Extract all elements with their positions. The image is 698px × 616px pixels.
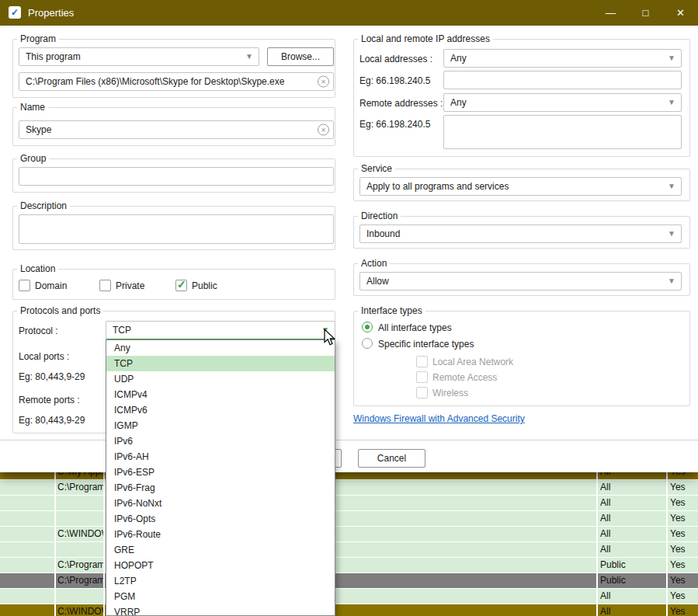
program-path-input[interactable]: C:\Program Files (x86)\Microsoft\Skype f…: [19, 72, 334, 91]
dropdown-option-selected[interactable]: TCP: [106, 356, 335, 371]
properties-dialog: ✓ Properties — □ ✕ Program This program …: [0, 0, 698, 472]
dropdown-option[interactable]: IPv6-AH: [106, 449, 335, 465]
protocol-dropdown-list: Any TCP UDP ICMPv4 ICMPv6 IGMP IPv6 IPv6…: [106, 339, 335, 616]
local-addresses-label: Local addresses :: [359, 54, 432, 64]
public-checkbox-label: Public: [192, 280, 217, 291]
rule-profile-cell: All: [600, 511, 662, 526]
local-addresses-value: Any: [450, 53, 467, 64]
wireless-checkbox-label: Wireless: [432, 388, 468, 398]
domain-checkbox[interactable]: [19, 280, 30, 291]
rule-path-cell: C:\WINDOW: [57, 527, 104, 541]
private-checkbox[interactable]: [99, 280, 111, 291]
dropdown-option[interactable]: IPv6-ESP: [106, 465, 335, 480]
direction-combo[interactable]: Inbound ▼: [359, 224, 682, 243]
minimize-button[interactable]: —: [593, 0, 628, 26]
local-ports-label: Local ports :: [19, 351, 69, 362]
dropdown-option[interactable]: VRRP: [106, 604, 335, 616]
rule-path-cell: [57, 589, 104, 604]
dropdown-option[interactable]: IPv6-Frag: [106, 480, 335, 496]
dropdown-option[interactable]: Any: [106, 340, 335, 356]
wireless-checkbox: [416, 387, 428, 398]
action-value: Allow: [366, 276, 389, 287]
local-addresses-hint: Eg: 66.198.240.5: [359, 75, 430, 86]
chevron-down-icon: ▼: [668, 225, 675, 242]
interface-types-group-label: Interface types: [358, 305, 425, 316]
dropdown-option[interactable]: IPv6: [106, 433, 335, 449]
dropdown-option[interactable]: IPv6-Route: [106, 527, 335, 542]
dropdown-option[interactable]: IGMP: [106, 418, 335, 433]
window-title: Properties: [28, 0, 74, 26]
rule-profile-cell: All: [600, 589, 662, 604]
rule-enabled-cell: Yes: [670, 511, 696, 526]
addresses-group-label: Local and remote IP addresses: [358, 33, 493, 44]
local-ports-hint: Eg: 80,443,9-29: [19, 371, 85, 382]
service-combo[interactable]: Apply to all programs and services ▼: [359, 177, 682, 196]
remote-addresses-input[interactable]: [443, 115, 682, 149]
rule-path-cell: C:\Program: [57, 558, 104, 572]
program-type-value: This program: [26, 51, 81, 62]
name-group-label: Name: [17, 102, 48, 113]
action-combo[interactable]: Allow ▼: [359, 272, 682, 291]
local-addresses-input[interactable]: [443, 71, 682, 89]
dropdown-option[interactable]: ICMPv4: [106, 387, 335, 402]
dropdown-option[interactable]: HOPOPT: [106, 558, 335, 573]
rule-enabled-cell: Yes: [670, 480, 696, 495]
rule-profile-cell: All: [600, 496, 662, 510]
rule-path-cell: [57, 511, 104, 526]
rule-enabled-cell: Yes: [670, 589, 696, 604]
rule-enabled-cell: Yes: [670, 496, 696, 510]
rule-enabled-cell: Yes: [670, 573, 696, 588]
direction-group-label: Direction: [358, 211, 401, 221]
action-group-label: Action: [358, 258, 390, 269]
remote-addresses-combo[interactable]: Any ▼: [443, 93, 682, 112]
clear-icon[interactable]: ✕: [318, 124, 329, 136]
service-group-label: Service: [358, 163, 395, 174]
dropdown-option[interactable]: IPv6-Opts: [106, 511, 335, 527]
group-input[interactable]: [19, 167, 334, 186]
rule-profile-cell: Public: [600, 573, 662, 588]
dropdown-option[interactable]: GRE: [106, 542, 335, 558]
remote-addresses-value: Any: [450, 97, 467, 108]
chevron-down-icon: ▼: [245, 48, 253, 65]
program-path-value: C:\Program Files (x86)\Microsoft\Skype f…: [26, 76, 284, 87]
browse-button[interactable]: Browse...: [267, 47, 334, 66]
all-interface-types-radio[interactable]: [362, 322, 373, 332]
description-input[interactable]: [19, 214, 334, 244]
advanced-security-link[interactable]: Windows Firewall with Advanced Security: [353, 413, 525, 424]
rule-path-cell: [57, 496, 104, 510]
rule-path-cell: C:\Program: [57, 480, 104, 495]
app-icon: ✓: [9, 6, 21, 19]
mouse-cursor-icon: [323, 329, 337, 347]
rule-path-cell: C:\Program: [57, 573, 104, 588]
all-interface-types-label: All interface types: [378, 322, 452, 333]
specific-interface-types-radio[interactable]: [362, 338, 373, 349]
direction-value: Inbound: [366, 228, 400, 239]
rule-profile-cell: All: [600, 542, 662, 557]
program-group-label: Program: [17, 33, 59, 44]
public-checkbox[interactable]: [175, 280, 187, 291]
description-group-label: Description: [17, 200, 70, 211]
rule-path-cell: [57, 542, 104, 557]
remote-addresses-label: Remote addresses :: [359, 98, 443, 109]
remote-addresses-hint: Eg: 66.198.240.5: [359, 119, 430, 130]
rule-profile-cell: All: [600, 527, 662, 541]
remote-ports-label: Remote ports :: [19, 395, 80, 405]
close-button[interactable]: ✕: [663, 0, 698, 26]
dropdown-option[interactable]: L2TP: [106, 573, 335, 589]
lan-checkbox: [416, 356, 428, 367]
program-type-combo[interactable]: This program ▼: [19, 47, 259, 66]
protocol-combo[interactable]: TCP ▼: [106, 321, 335, 340]
dropdown-option[interactable]: ICMPv6: [106, 402, 335, 418]
dropdown-option[interactable]: IPv6-NoNxt: [106, 496, 335, 511]
clear-icon[interactable]: ✕: [318, 76, 329, 88]
name-input[interactable]: Skype ✕: [19, 120, 334, 139]
cancel-button[interactable]: Cancel: [358, 449, 425, 468]
dropdown-option[interactable]: UDP: [106, 371, 335, 387]
local-addresses-combo[interactable]: Any ▼: [443, 49, 682, 68]
chevron-down-icon: ▼: [668, 178, 675, 195]
service-value: Apply to all programs and services: [366, 181, 509, 192]
maximize-button[interactable]: □: [628, 0, 663, 26]
domain-checkbox-label: Domain: [35, 280, 67, 291]
dropdown-option[interactable]: PGM: [106, 589, 335, 604]
name-value: Skype: [26, 124, 51, 135]
